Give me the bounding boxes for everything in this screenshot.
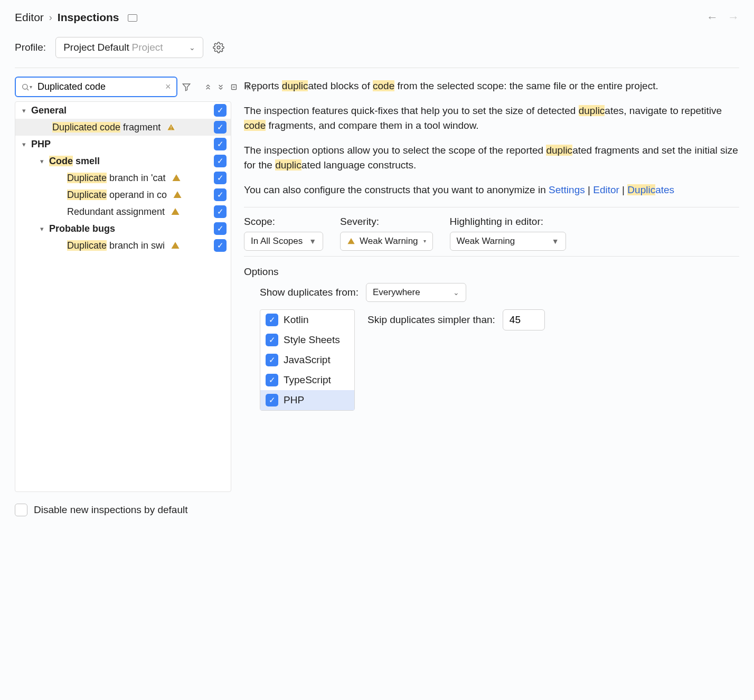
expand-all-button[interactable] (204, 80, 212, 94)
warning-icon (170, 206, 181, 217)
language-item-kotlin[interactable]: ✓Kotlin (260, 310, 354, 330)
tree-item[interactable]: Redundant assignment ✓ (15, 203, 231, 220)
chevron-down-icon: ▼ (552, 237, 559, 245)
disable-new-inspections-checkbox[interactable] (15, 504, 27, 516)
checkbox-checked-icon[interactable]: ✓ (214, 138, 227, 150)
tree-item-duplicated-code-fragment[interactable]: Duplicated code fragment ✓ (15, 119, 231, 136)
language-item-stylesheets[interactable]: ✓Style Sheets (260, 330, 354, 350)
svg-marker-3 (183, 84, 190, 91)
show-duplicates-from-label: Show duplicates from: (260, 287, 359, 298)
breadcrumb-parent[interactable]: Editor (15, 11, 44, 24)
disable-new-inspections-label: Disable new inspections by default (34, 504, 188, 516)
chevron-down-icon: ▾ (20, 140, 28, 148)
checkbox-checked-icon[interactable]: ✓ (214, 104, 227, 117)
scope-select[interactable]: In All Scopes ▼ (244, 232, 323, 251)
severity-select[interactable]: Weak Warning ▾ (340, 232, 433, 251)
severity-label: Severity: (340, 216, 433, 228)
duplicates-link[interactable]: Duplicates (627, 184, 674, 195)
warning-icon (166, 122, 176, 133)
checkbox-checked-icon[interactable]: ✓ (214, 188, 227, 201)
skip-duplicates-label: Skip duplicates simpler than: (367, 314, 495, 326)
options-title: Options (244, 266, 739, 278)
inspection-description: Reports duplicated blocks of code from t… (244, 79, 739, 197)
profile-value: Project Default (63, 42, 129, 53)
show-duplicates-from-select[interactable]: Everywhere ⌄ (366, 283, 466, 302)
breadcrumb-current: Inspections (58, 11, 119, 24)
checkbox-checked-icon[interactable]: ✓ (266, 314, 278, 326)
chevron-right-icon: › (49, 12, 52, 23)
breadcrumb: Editor › Inspections (15, 11, 137, 24)
scope-label: Scope: (244, 216, 323, 228)
tree-item[interactable]: Duplicate branch in 'cat ✓ (15, 169, 231, 186)
tree-subcategory-code-smell[interactable]: ▾Code smell ✓ (15, 153, 231, 169)
chevron-down-icon: ▼ (309, 237, 316, 245)
chevron-down-icon: ▾ (37, 157, 46, 165)
search-icon: ▾ (21, 83, 32, 91)
language-list[interactable]: ✓Kotlin ✓Style Sheets ✓JavaScript ✓TypeS… (260, 309, 355, 411)
chevron-down-icon: ⌄ (453, 288, 459, 297)
inspection-tree[interactable]: ▾General ✓ Duplicated code fragment ✓ //… (15, 101, 231, 492)
clear-search-button[interactable]: × (165, 81, 171, 92)
search-box[interactable]: ▾ × (15, 77, 177, 97)
svg-line-2 (27, 89, 29, 90)
gear-icon[interactable] (213, 42, 224, 53)
warning-icon (171, 173, 182, 183)
tree-category-php[interactable]: ▾PHP ✓ (15, 136, 231, 153)
profile-select[interactable]: Project Default Project ⌄ (55, 37, 203, 58)
warning-icon (172, 190, 183, 200)
tree-category-general[interactable]: ▾General ✓ (15, 102, 231, 119)
settings-link[interactable]: Settings (549, 184, 585, 195)
checkbox-checked-icon[interactable]: ✓ (214, 155, 227, 167)
tree-item[interactable]: Duplicate operand in co ✓ (15, 186, 231, 203)
search-input[interactable] (36, 81, 161, 93)
checkbox-checked-icon[interactable]: ✓ (266, 374, 278, 386)
skip-duplicates-input[interactable] (503, 309, 545, 330)
language-item-typescript[interactable]: ✓TypeScript (260, 370, 354, 390)
profile-label: Profile: (15, 42, 46, 53)
checkbox-checked-icon[interactable]: ✓ (266, 394, 278, 406)
language-item-php[interactable]: ✓PHP (260, 390, 354, 410)
nav-forward-button: → (728, 11, 739, 24)
language-item-javascript[interactable]: ✓JavaScript (260, 350, 354, 370)
collapse-all-button[interactable] (216, 80, 225, 94)
warning-icon (347, 237, 355, 245)
nav-back-button[interactable]: ← (706, 11, 718, 24)
checkbox-checked-icon[interactable]: ✓ (214, 205, 227, 218)
reset-button[interactable] (229, 80, 239, 94)
chevron-down-icon: ▾ (20, 107, 28, 115)
checkbox-checked-icon[interactable]: ✓ (214, 239, 227, 252)
window-icon[interactable] (128, 14, 137, 22)
chevron-down-icon: ▾ (423, 238, 426, 244)
svg-point-0 (217, 46, 220, 49)
chevron-down-icon: ▾ (37, 225, 46, 233)
checkbox-checked-icon[interactable]: ✓ (266, 334, 278, 346)
highlighting-label: Highlighting in editor: (450, 216, 566, 228)
tree-subcategory-probable-bugs[interactable]: ▾Probable bugs ✓ (15, 220, 231, 237)
checkbox-checked-icon[interactable]: ✓ (214, 121, 227, 134)
tree-item[interactable]: Duplicate branch in swi ✓ (15, 237, 231, 254)
highlighting-select[interactable]: Weak Warning ▼ (450, 232, 566, 251)
checkbox-checked-icon[interactable]: ✓ (214, 222, 227, 235)
filter-icon[interactable] (182, 80, 191, 94)
svg-point-1 (23, 84, 27, 89)
editor-link[interactable]: Editor (593, 184, 619, 195)
warning-icon (170, 240, 181, 251)
chevron-down-icon: ⌄ (189, 43, 195, 52)
checkbox-checked-icon[interactable]: ✓ (266, 354, 278, 366)
checkbox-checked-icon[interactable]: ✓ (214, 172, 227, 184)
